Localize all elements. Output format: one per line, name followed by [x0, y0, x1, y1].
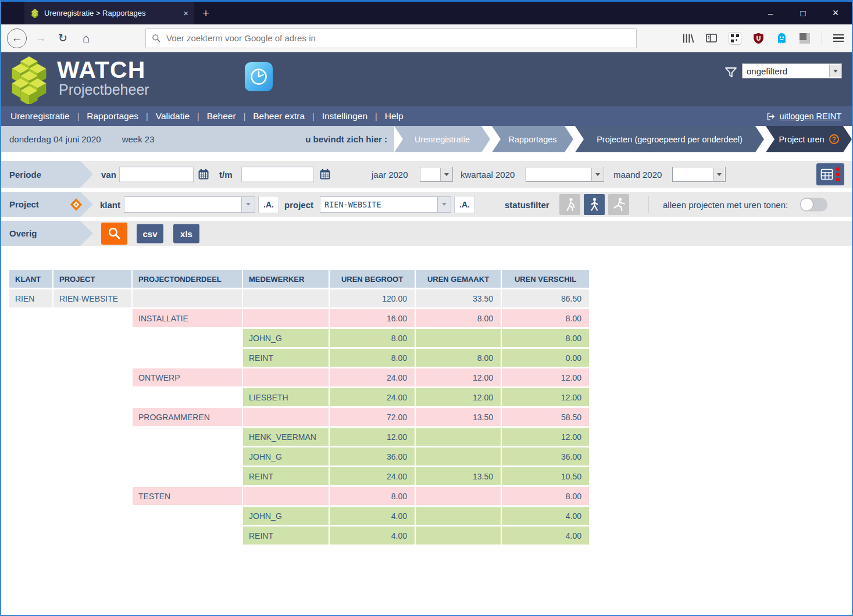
- ghostery-icon[interactable]: [776, 32, 788, 45]
- home-button[interactable]: ⌂: [77, 29, 95, 48]
- tab-close-icon[interactable]: ×: [183, 8, 188, 18]
- clock-app-icon[interactable]: [245, 62, 273, 91]
- sidebar-icon[interactable]: [705, 33, 718, 44]
- table-cell: [53, 447, 131, 465]
- kwartaal-select[interactable]: [526, 167, 604, 182]
- nav-item-instellingen[interactable]: Instellingen: [315, 111, 375, 121]
- table-cell: 24.00: [330, 388, 415, 406]
- nav-item-urenregistratie[interactable]: Urenregistratie: [10, 111, 77, 121]
- status-active-button[interactable]: [584, 194, 605, 215]
- status-running-button[interactable]: [608, 194, 629, 215]
- column-header: PROJECT: [53, 270, 131, 288]
- header-filter-select[interactable]: ongefilterd: [742, 63, 842, 78]
- library-icon[interactable]: [682, 33, 694, 44]
- nav-item-beheer[interactable]: Beheer: [199, 111, 244, 121]
- table-cell: 8.00: [416, 349, 501, 367]
- back-button[interactable]: ←: [7, 28, 27, 48]
- jaar-label: jaar 2020: [372, 170, 408, 180]
- table-cell: 12.00: [416, 368, 501, 386]
- breadcrumb-trail: UrenregistratieRapportagesProjecten (geg…: [394, 126, 852, 152]
- qr-extension-icon[interactable]: [729, 32, 741, 45]
- search-button[interactable]: [101, 223, 127, 245]
- crumb-label: Projecten (gegroepeerd per onderdeel): [597, 135, 743, 144]
- table-cell: 8.00: [416, 309, 501, 327]
- table-cell: [53, 507, 131, 525]
- klant-alpha-button[interactable]: .A.: [258, 196, 279, 213]
- ublock-shield-icon[interactable]: [752, 32, 765, 45]
- jaar-select[interactable]: [420, 167, 453, 182]
- close-button[interactable]: ×: [831, 7, 840, 19]
- toolbar-separator: [822, 31, 822, 45]
- calendar-icon[interactable]: [319, 169, 331, 180]
- table-cell: [243, 368, 329, 386]
- maand-select[interactable]: [672, 167, 726, 182]
- maximize-button[interactable]: □: [798, 8, 808, 18]
- chevron-down-icon: [713, 168, 724, 181]
- table-cell: 0.00: [502, 349, 589, 367]
- tm-label: t/m: [219, 170, 233, 180]
- project-alpha-button[interactable]: .A.: [454, 196, 475, 213]
- forward-button[interactable]: →: [31, 29, 50, 48]
- overig-label: Overig: [1, 221, 93, 246]
- filter-panel: Periode van t/m jaar 2020 kwartaal 2020 …: [1, 152, 852, 246]
- watch-logo-icon: [5, 55, 53, 104]
- nav-item-validatie[interactable]: Validatie: [148, 111, 197, 121]
- header-filter-value: ongefilterd: [747, 66, 787, 76]
- table-view-button[interactable]: [816, 163, 844, 185]
- table-cell: 33.50: [416, 289, 501, 307]
- new-tab-button[interactable]: +: [194, 2, 217, 24]
- xls-export-button[interactable]: xls: [173, 224, 199, 243]
- browser-tab[interactable]: Urenregistratie > Rapportages ×: [24, 2, 194, 24]
- status-idle-button[interactable]: [559, 194, 580, 215]
- table-cell: [416, 527, 501, 545]
- url-bar[interactable]: Voer zoekterm voor Google of adres in: [145, 28, 637, 48]
- breadcrumb-crumb[interactable]: Project uren?: [766, 126, 852, 152]
- date-from-input[interactable]: [119, 167, 194, 182]
- date-to-input[interactable]: [241, 167, 314, 182]
- table-cell: REINT: [243, 527, 329, 545]
- chevron-down-icon[interactable]: [437, 196, 451, 213]
- table-cell: [53, 467, 131, 485]
- table-cell: [53, 329, 131, 347]
- minimize-button[interactable]: –: [766, 8, 775, 18]
- nav-item-rapportages[interactable]: Rapportages: [79, 111, 146, 121]
- klant-input[interactable]: [124, 196, 241, 213]
- table-cell: RIEN-WEBSITE: [53, 289, 131, 307]
- breadcrumb: donderdag 04 juni 2020 week 23 u bevindt…: [1, 126, 852, 152]
- menu-icon[interactable]: [833, 34, 844, 42]
- project-combobox[interactable]: [320, 196, 451, 213]
- app-subtitle: Projectbeheer: [59, 82, 149, 98]
- table-row: JOHN_G36.0036.00: [9, 447, 589, 465]
- table-cell: [133, 289, 242, 307]
- column-header: UREN VERSCHIL: [502, 270, 589, 288]
- reload-button[interactable]: ↻: [53, 29, 72, 48]
- table-cell: INSTALLATIE: [133, 309, 242, 327]
- uren-toggle[interactable]: [800, 198, 827, 211]
- project-input[interactable]: [320, 196, 437, 213]
- breadcrumb-crumb[interactable]: Projecten (gegroepeerd per onderdeel): [575, 126, 764, 152]
- van-label: van: [101, 170, 116, 180]
- help-icon[interactable]: ?: [829, 134, 839, 144]
- table-cell: [416, 428, 501, 446]
- breadcrumb-crumb[interactable]: Urenregistratie: [394, 126, 490, 152]
- table-row: JOHN_G8.008.00: [9, 329, 589, 347]
- calendar-icon[interactable]: [198, 169, 209, 180]
- logout-button[interactable]: uitloggen REINT: [766, 112, 841, 121]
- logout-icon: [766, 112, 776, 121]
- nav-item-help[interactable]: Help: [377, 111, 411, 121]
- filter-funnel-icon: [724, 66, 738, 80]
- table-cell: 8.00: [502, 329, 589, 347]
- table-cell: 4.00: [330, 507, 415, 525]
- chevron-down-icon[interactable]: [241, 196, 255, 213]
- table-cell: [53, 309, 131, 327]
- nav-item-beheer-extra[interactable]: Beheer extra: [245, 111, 312, 121]
- breadcrumb-crumb[interactable]: Rapportages: [492, 126, 573, 152]
- crumb-label: Rapportages: [508, 135, 556, 144]
- klant-label: klant: [100, 199, 120, 209]
- table-row: TESTEN8.008.00: [9, 487, 589, 505]
- table-cell: [416, 507, 501, 525]
- csv-export-button[interactable]: csv: [137, 224, 163, 243]
- klant-combobox[interactable]: [124, 196, 255, 213]
- table-cell: [9, 329, 52, 347]
- gray-extension-icon[interactable]: [799, 33, 811, 44]
